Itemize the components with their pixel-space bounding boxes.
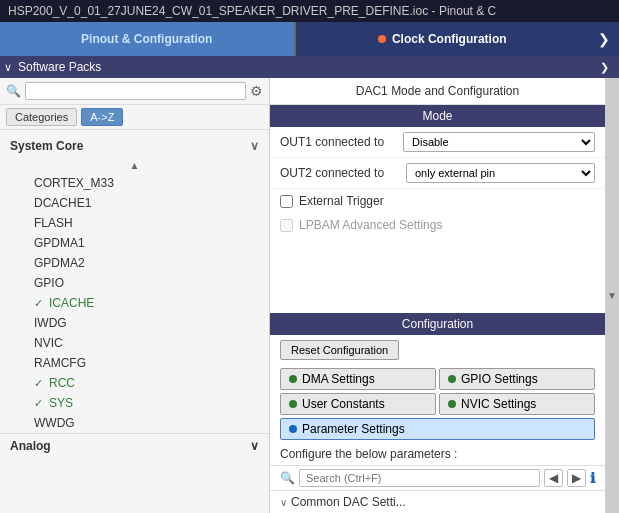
param-search-row: 🔍 ◀ ▶ ℹ — [270, 465, 605, 491]
common-dac-chevron-icon: ∨ — [280, 497, 287, 508]
search-icon: 🔍 — [6, 84, 21, 98]
user-constants-dot-icon — [289, 400, 297, 408]
search-bar: 🔍 ⚙ — [0, 78, 269, 105]
tab-pinout[interactable]: Pinout & Configuration — [0, 22, 296, 56]
title-text: HSP200_V_0_01_27JUNE24_CW_01_SPEAKER_DRI… — [8, 4, 496, 18]
filter-az[interactable]: A->Z — [81, 108, 123, 126]
section-analog-label: Analog — [10, 439, 51, 453]
gpio-settings-button[interactable]: GPIO Settings — [439, 368, 595, 390]
out2-label: OUT2 connected to — [280, 166, 400, 180]
nav-prev-button[interactable]: ◀ — [544, 469, 563, 487]
param-search-input[interactable] — [299, 469, 540, 487]
nvic-settings-dot-icon — [448, 400, 456, 408]
search-input[interactable] — [25, 82, 246, 100]
nav-item-flash[interactable]: FLASH — [30, 213, 269, 233]
nav-item-sys[interactable]: SYS — [30, 393, 269, 413]
config-section-label: Configuration — [402, 317, 473, 331]
reset-btn-row: Reset Configuration — [270, 335, 605, 365]
nav-item-gpio[interactable]: GPIO — [30, 273, 269, 293]
out2-select[interactable]: Disableonly external pinconnected to on … — [406, 163, 595, 183]
info-icon[interactable]: ℹ — [590, 470, 595, 486]
config-section-header: Configuration — [270, 313, 605, 335]
param-text: Configure the below parameters : — [280, 447, 457, 461]
tab-pinout-label: Pinout & Configuration — [81, 32, 212, 46]
parameter-settings-dot-icon — [289, 425, 297, 433]
section-system-core[interactable]: System Core ∨ — [0, 134, 269, 158]
filter-tabs: Categories A->Z — [0, 105, 269, 130]
nav-item-gpdma1[interactable]: GPDMA1 — [30, 233, 269, 253]
section-system-core-label: System Core — [10, 139, 83, 153]
software-packs-chevron-icon: ❯ — [600, 61, 609, 74]
external-trigger-row: External Trigger — [270, 189, 605, 213]
right-scroll-indicator[interactable]: ▼ — [605, 78, 619, 513]
common-dac-row[interactable]: ∨ Common DAC Setti... — [270, 491, 605, 513]
content-area: 🔍 ⚙ Categories A->Z System Core ∨ ▲ CORT… — [0, 78, 619, 513]
right-panel: DAC1 Mode and Configuration Mode OUT1 co… — [270, 78, 619, 513]
tab-row: Pinout & Configuration Clock Configurati… — [0, 22, 619, 56]
software-packs-bar[interactable]: ∨ Software Packs ❯ — [0, 56, 619, 78]
section-analog-chevron: ∨ — [250, 439, 259, 453]
dma-settings-label: DMA Settings — [302, 372, 375, 386]
out2-row: OUT2 connected to Disableonly external p… — [270, 158, 605, 189]
lpbam-checkbox[interactable] — [280, 219, 293, 232]
nav-item-dcache1[interactable]: DCACHE1 — [30, 193, 269, 213]
nvic-settings-label: NVIC Settings — [461, 397, 536, 411]
common-dac-label: Common DAC Setti... — [291, 495, 406, 509]
dac-title: DAC1 Mode and Configuration — [270, 78, 605, 105]
nav-item-gpdma2[interactable]: GPDMA2 — [30, 253, 269, 273]
title-bar: HSP200_V_0_01_27JUNE24_CW_01_SPEAKER_DRI… — [0, 0, 619, 22]
gpio-settings-dot-icon — [448, 375, 456, 383]
parameter-settings-label: Parameter Settings — [302, 422, 405, 436]
gpio-settings-label: GPIO Settings — [461, 372, 538, 386]
lpbam-row: LPBAM Advanced Settings — [270, 213, 605, 237]
out1-label: OUT1 connected to — [280, 135, 397, 149]
software-packs-label: Software Packs — [18, 60, 101, 74]
user-constants-button[interactable]: User Constants — [280, 393, 436, 415]
gear-icon[interactable]: ⚙ — [250, 83, 263, 99]
param-search-icon: 🔍 — [280, 471, 295, 485]
lpbam-label: LPBAM Advanced Settings — [299, 218, 442, 232]
nav-item-icache[interactable]: ICACHE — [30, 293, 269, 313]
nvic-settings-button[interactable]: NVIC Settings — [439, 393, 595, 415]
out1-row: OUT1 connected to DisableConnected to ex… — [270, 127, 605, 158]
tab-extra-arrow[interactable]: ❯ — [589, 22, 619, 56]
parameter-settings-button[interactable]: Parameter Settings — [280, 418, 595, 440]
nav-tree: System Core ∨ ▲ CORTEX_M33 DCACHE1 FLASH… — [0, 130, 269, 513]
nav-next-button[interactable]: ▶ — [567, 469, 586, 487]
nav-item-iwdg[interactable]: IWDG — [30, 313, 269, 333]
out1-select[interactable]: DisableConnected to external pin onlyCon… — [403, 132, 595, 152]
system-core-items: CORTEX_M33 DCACHE1 FLASH GPDMA1 GPDMA2 G… — [0, 173, 269, 433]
nav-item-rcc[interactable]: RCC — [30, 373, 269, 393]
user-constants-label: User Constants — [302, 397, 385, 411]
right-content: DAC1 Mode and Configuration Mode OUT1 co… — [270, 78, 605, 513]
tab-clock-label: Clock Configuration — [392, 32, 507, 46]
nav-item-nvic[interactable]: NVIC — [30, 333, 269, 353]
dma-settings-dot-icon — [289, 375, 297, 383]
dma-settings-button[interactable]: DMA Settings — [280, 368, 436, 390]
spacer — [270, 237, 605, 309]
nav-item-wwdg[interactable]: WWDG — [30, 413, 269, 433]
reset-configuration-button[interactable]: Reset Configuration — [280, 340, 399, 360]
external-trigger-checkbox[interactable] — [280, 195, 293, 208]
nav-item-ramcfg[interactable]: RAMCFG — [30, 353, 269, 373]
settings-grid: DMA Settings GPIO Settings User Constant… — [270, 365, 605, 443]
external-trigger-label: External Trigger — [299, 194, 384, 208]
param-row: Configure the below parameters : — [270, 443, 605, 465]
left-panel: 🔍 ⚙ Categories A->Z System Core ∨ ▲ CORT… — [0, 78, 270, 513]
section-system-core-chevron: ∨ — [250, 139, 259, 153]
clock-dot-icon — [378, 35, 386, 43]
tab-clock[interactable]: Clock Configuration — [296, 22, 590, 56]
nav-up-arrow: ▲ — [0, 158, 269, 173]
section-analog[interactable]: Analog ∨ — [0, 433, 269, 458]
dac-title-text: DAC1 Mode and Configuration — [356, 84, 519, 98]
nav-item-cortex-m33[interactable]: CORTEX_M33 — [30, 173, 269, 193]
software-packs-arrow-icon: ∨ — [4, 61, 12, 74]
filter-categories[interactable]: Categories — [6, 108, 77, 126]
mode-label: Mode — [422, 109, 452, 123]
mode-section-header: Mode — [270, 105, 605, 127]
